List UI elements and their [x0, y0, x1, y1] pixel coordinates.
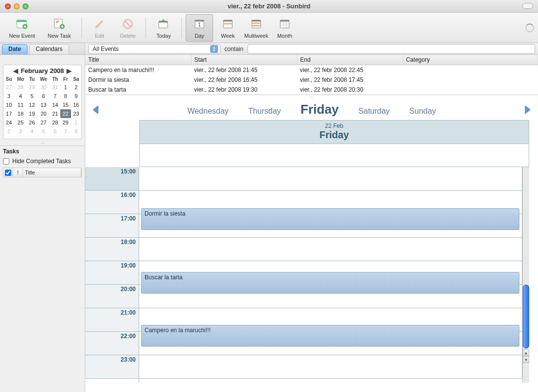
svg-rect-12	[223, 20, 232, 22]
minical-day[interactable]: 14	[50, 100, 60, 109]
minical-day[interactable]: 6	[50, 127, 60, 136]
minical-day[interactable]: 4	[14, 92, 26, 100]
new-task-button[interactable]: New Task	[41, 14, 77, 42]
multiweek-view-button[interactable]: Multiweek	[243, 14, 270, 42]
today-icon	[157, 17, 171, 31]
hide-completed-checkbox[interactable]: Hide Completed Tasks	[3, 157, 82, 166]
minical-day[interactable]: 29	[27, 83, 37, 92]
daynav-label[interactable]: Saturday	[358, 107, 390, 116]
minical-day[interactable]: 2	[3, 127, 14, 136]
vertical-scrollbar[interactable]: ▲ ▼	[522, 167, 529, 383]
month-icon	[278, 17, 292, 31]
minical-day[interactable]: 11	[14, 100, 26, 109]
minical-day[interactable]: 28	[14, 83, 26, 92]
filter-text-input[interactable]	[247, 44, 535, 54]
month-view-button[interactable]: Month	[271, 14, 298, 42]
minical-day[interactable]: 21	[50, 109, 60, 118]
daynav-label[interactable]: Sunday	[409, 107, 436, 116]
minical-day[interactable]: 25	[14, 118, 26, 127]
minical-day[interactable]: 17	[3, 109, 14, 118]
minical-day[interactable]: 5	[27, 92, 37, 100]
today-button[interactable]: Today	[150, 14, 177, 42]
minical-day[interactable]: 3	[14, 127, 26, 136]
minical-day[interactable]: 5	[37, 127, 50, 136]
daynav-label[interactable]: Wednesday	[187, 107, 228, 116]
minical-day[interactable]: 28	[50, 118, 60, 127]
col-title[interactable]: Title	[85, 55, 191, 65]
minical-day[interactable]: 1	[60, 83, 71, 92]
minical-day[interactable]: 26	[27, 118, 37, 127]
allday-row[interactable]	[139, 144, 529, 167]
minical-day[interactable]: 23	[71, 109, 81, 118]
minical-day[interactable]: 31	[50, 83, 60, 92]
prev-page-icon[interactable]	[90, 104, 102, 116]
minical-day[interactable]: 9	[71, 92, 81, 100]
toolbar-separator	[81, 18, 82, 38]
hide-completed-input[interactable]	[3, 158, 9, 165]
zoom-icon[interactable]	[23, 3, 28, 9]
time-slot[interactable]	[139, 167, 522, 191]
events-filter-select[interactable]: All Events ▲▼	[88, 44, 220, 54]
day-events-column[interactable]: Dormir la siestaBuscar la tartaCampero e…	[139, 167, 522, 383]
minical-day[interactable]: 20	[37, 109, 50, 118]
minical-day[interactable]: 2	[71, 83, 81, 92]
minical-day[interactable]: 18	[14, 109, 26, 118]
week-view-button[interactable]: Week	[214, 14, 242, 42]
new-event-button[interactable]: New Event	[4, 14, 40, 42]
time-slot[interactable]	[139, 355, 522, 379]
minical-day[interactable]: 24	[3, 118, 14, 127]
tasks-col-done-checkbox[interactable]	[5, 170, 11, 176]
new-task-icon	[52, 17, 66, 31]
time-slot[interactable]	[139, 238, 522, 261]
minical-day[interactable]: 7	[50, 92, 60, 100]
minical-day[interactable]: 3	[3, 92, 14, 100]
calendar-event[interactable]: Campero en la maruchi!!!	[141, 325, 519, 346]
col-start[interactable]: Start	[191, 55, 297, 65]
tasks-col-priority[interactable]: !	[13, 168, 23, 177]
tasks-col-title[interactable]: Title	[23, 168, 81, 177]
scroll-thumb[interactable]	[523, 285, 529, 348]
minical-day[interactable]: 15	[60, 100, 71, 109]
titlebar-pill-icon[interactable]	[522, 3, 533, 9]
next-month-icon[interactable]: ▶	[66, 67, 72, 74]
tab-calendars[interactable]: Calendars	[29, 44, 69, 54]
minical-day[interactable]: 4	[27, 127, 37, 136]
col-end[interactable]: End	[297, 55, 403, 65]
minical-day[interactable]: 8	[71, 127, 81, 136]
minical-day[interactable]: 27	[3, 83, 14, 92]
calendar-event[interactable]: Buscar la tarta	[141, 272, 519, 294]
minical-day[interactable]: 6	[37, 92, 50, 100]
scroll-up-icon[interactable]: ▲	[523, 349, 529, 356]
events-table: Title Start End Category Campero en la m…	[85, 55, 538, 95]
splitter-grip-icon[interactable]: ⋯	[0, 141, 85, 146]
minical-day[interactable]: 7	[60, 127, 71, 136]
table-row[interactable]: Campero en la maruchi!!!vier., 22 febr 2…	[85, 65, 538, 75]
minical-day[interactable]: 22	[60, 109, 71, 118]
calendar-event[interactable]: Dormir la siesta	[141, 208, 519, 230]
minical-day[interactable]: 1	[71, 118, 81, 127]
prev-month-icon[interactable]: ◀	[13, 67, 19, 74]
tab-date[interactable]: Date	[2, 44, 27, 54]
minical-day[interactable]: 13	[37, 100, 50, 109]
minical-day[interactable]: 19	[27, 109, 37, 118]
col-category[interactable]: Category	[403, 55, 538, 65]
table-row[interactable]: Buscar la tartavier., 22 febr 2008 19:30…	[85, 85, 538, 95]
daynav-label[interactable]: Thursday	[248, 107, 281, 116]
next-page-icon[interactable]	[521, 104, 533, 116]
minical-day[interactable]: 10	[3, 100, 14, 109]
minical-day[interactable]: 16	[71, 100, 81, 109]
daynav-label[interactable]: Friday	[300, 102, 339, 117]
vertical-splitter-grip-icon[interactable]: ⋯	[85, 95, 538, 99]
tasks-col-done[interactable]	[3, 168, 13, 177]
minical-month-label: February 2008	[21, 67, 64, 74]
minical-day[interactable]: 30	[37, 83, 50, 92]
close-icon[interactable]	[5, 3, 11, 9]
minical-day[interactable]: 8	[60, 92, 71, 100]
table-row[interactable]: Dormir la siestavier., 22 febr 2008 16:4…	[85, 75, 538, 85]
minical-day[interactable]: 27	[37, 118, 50, 127]
scroll-down-icon[interactable]: ▼	[523, 356, 529, 363]
day-view-button[interactable]: 1 Day	[186, 14, 213, 42]
minical-day[interactable]: 29	[60, 118, 71, 127]
minical-day[interactable]: 12	[27, 100, 37, 109]
minimize-icon[interactable]	[14, 3, 20, 9]
